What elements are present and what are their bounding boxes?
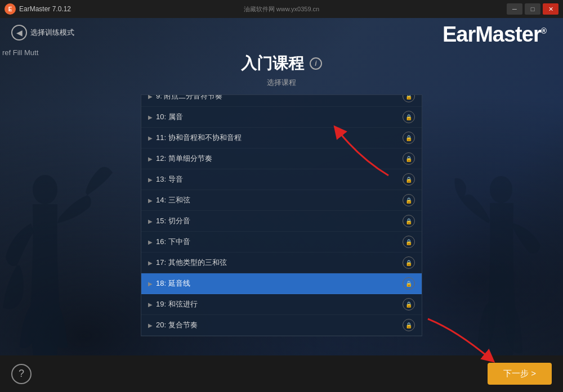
lock-icon: 🔒 (403, 215, 415, 227)
item-left: ▶12: 简单细分节奏 (148, 154, 212, 164)
brand-text: EarMaster (443, 22, 541, 46)
list-item[interactable]: ▶20: 复合节奏🔒 (141, 315, 422, 336)
titlebar-title: EarMaster 7.0.12 (19, 5, 71, 13)
list-item[interactable]: ▶17: 其他类型的三和弦🔒 (141, 253, 422, 273)
item-left: ▶20: 复合节奏 (148, 320, 198, 330)
back-circle-icon: ◀ (11, 25, 27, 40)
minimize-button[interactable]: ─ (507, 3, 522, 15)
arrow-icon: ▶ (148, 135, 153, 141)
lock-icon: 🔒 (403, 298, 415, 310)
page-title-text: 入门课程 (241, 53, 304, 74)
lock-icon: 🔒 (403, 152, 415, 165)
help-button[interactable]: ? (11, 364, 32, 384)
lock-icon: 🔒 (403, 256, 415, 269)
lock-icon: 🔒 (403, 236, 415, 248)
brand-logo: EarMaster® (443, 22, 546, 47)
lock-icon: 🔒 (403, 173, 415, 186)
lock-icon: 🔒 (403, 132, 415, 144)
list-item[interactable]: ▶13: 导音🔒 (141, 169, 422, 190)
list-item[interactable]: ▶19: 和弦进行🔒 (141, 294, 422, 315)
back-button[interactable]: ◀ 选择训练模式 (11, 25, 74, 40)
arrow-icon: ▶ (148, 218, 153, 224)
item-label: 10: 属音 (156, 112, 183, 122)
item-left: ▶9: 附点二分音符节奏 (148, 95, 222, 101)
course-panel: ▼1: 欢迎来到入门课程免费1.1 课程介绍▶2: 音高免费▶3: 节拍免费▶4… (141, 94, 422, 336)
list-item[interactable]: ▶11: 协和音程和不协和音程🔒 (141, 128, 422, 148)
item-label: 17: 其他类型的三和弦 (156, 258, 227, 268)
item-left: ▶14: 三和弦 (148, 195, 190, 205)
item-label: 9: 附点二分音符节奏 (156, 95, 222, 101)
item-label: 18: 延音线 (156, 278, 190, 289)
arrow-icon: ▶ (148, 114, 153, 120)
arrow-icon: ▶ (148, 281, 153, 287)
app-body: ref Fill Mutt ◀ 选择训练模式 EarMaster® 入门课程 i… (0, 18, 563, 392)
arrow-icon: ▶ (148, 260, 153, 266)
course-list[interactable]: ▼1: 欢迎来到入门课程免费1.1 课程介绍▶2: 音高免费▶3: 节拍免费▶4… (141, 95, 422, 336)
arrow-icon: ▶ (148, 95, 153, 100)
item-left: ▶19: 和弦进行 (148, 299, 198, 309)
item-label: 16: 下中音 (156, 237, 190, 247)
arrow-icon: ▶ (148, 301, 153, 308)
list-item[interactable]: ▶9: 附点二分音符节奏🔒 (141, 95, 422, 107)
list-item[interactable]: ▶15: 切分音🔒 (141, 211, 422, 232)
item-label: 14: 三和弦 (156, 195, 190, 205)
lock-icon: 🔒 (403, 194, 415, 206)
item-label: 12: 简单细分节奏 (156, 154, 212, 164)
titlebar-left: E EarMaster 7.0.12 (5, 3, 71, 15)
item-label: 11: 协和音程和不协和音程 (156, 133, 242, 143)
maximize-button[interactable]: □ (525, 3, 540, 15)
item-label: 15: 切分音 (156, 216, 190, 226)
arrow-icon: ▶ (148, 156, 153, 162)
lock-icon: 🔒 (403, 111, 415, 123)
back-label: 选择训练模式 (30, 28, 74, 38)
list-item[interactable]: ▶12: 简单细分节奏🔒 (141, 148, 422, 169)
item-left: ▶18: 延音线 (148, 278, 190, 289)
list-item[interactable]: ▶16: 下中音🔒 (141, 232, 422, 253)
arrow-icon: ▶ (148, 177, 153, 183)
item-label: 19: 和弦进行 (156, 299, 198, 309)
item-label: 20: 复合节奏 (156, 320, 198, 330)
titlebar-controls: ─ □ ✕ (507, 3, 558, 15)
item-left: ▶10: 属音 (148, 112, 183, 122)
item-left: ▶16: 下中音 (148, 237, 190, 247)
next-button[interactable]: 下一步 > (488, 363, 552, 385)
list-item[interactable]: ▶14: 三和弦🔒 (141, 190, 422, 211)
list-item[interactable]: ▶10: 属音🔒 (141, 107, 422, 128)
arrow-icon: ▶ (148, 197, 153, 204)
subtitle: 选择课程 (267, 78, 296, 88)
item-left: ▶11: 协和音程和不协和音程 (148, 133, 242, 143)
close-button[interactable]: ✕ (543, 3, 558, 15)
titlebar: E EarMaster 7.0.12 油藏软件网 www.yx0359.cn ─… (0, 0, 563, 18)
info-icon[interactable]: i (310, 57, 322, 70)
brand-sup: ® (541, 26, 546, 35)
item-left: ▶15: 切分音 (148, 216, 190, 226)
item-left: ▶17: 其他类型的三和弦 (148, 258, 227, 268)
item-left: ▶13: 导音 (148, 174, 183, 184)
bottom-bar: ? 下一步 > (0, 355, 563, 392)
lock-icon: 🔒 (403, 277, 415, 290)
lock-icon: 🔒 (403, 95, 415, 102)
arrow-icon: ▶ (148, 322, 153, 328)
arrow-icon: ▶ (148, 239, 153, 245)
list-item[interactable]: ▶18: 延音线🔒 (141, 273, 422, 294)
app-logo: E (5, 3, 16, 15)
page-title-container: 入门课程 i (241, 53, 322, 74)
titlebar-watermark: 油藏软件网 www.yx0359.cn (244, 5, 319, 13)
lock-icon: 🔒 (403, 319, 415, 331)
item-label: 13: 导音 (156, 174, 183, 184)
main-content: 入门课程 i 选择课程 ▼1: 欢迎来到入门课程免费1.1 课程介绍▶2: 音高… (0, 47, 563, 336)
